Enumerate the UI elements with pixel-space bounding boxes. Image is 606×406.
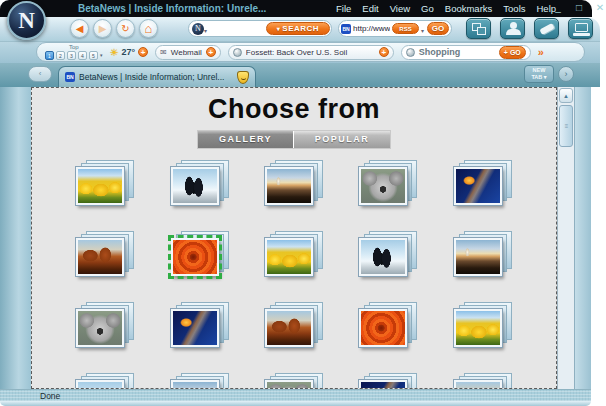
window-bottom-edge — [0, 401, 591, 406]
tab-overflow-chevron-icon[interactable]: › — [558, 66, 574, 82]
shopping-value[interactable]: Shopping — [419, 47, 495, 57]
top-caret-icon[interactable]: ▾ — [100, 53, 103, 58]
gallery-thumbnail-tulips[interactable] — [454, 302, 512, 347]
maximize-button[interactable]: □ — [573, 2, 585, 13]
koala-image — [265, 380, 313, 389]
search-engine-icon[interactable]: N — [192, 23, 204, 35]
gallery-thumbnail-penguins[interactable] — [359, 231, 417, 276]
flower-image — [171, 238, 219, 276]
tab-title: BetaNews | Inside Information; Unrel... — [79, 72, 233, 82]
desert-image — [76, 238, 124, 276]
identity-button[interactable] — [500, 18, 525, 39]
gallery-thumbnail-koala[interactable] — [359, 160, 417, 205]
top-button-5[interactable]: 5 — [89, 51, 98, 60]
vertical-scrollbar[interactable]: ▲ ≡ — [557, 87, 574, 389]
gallery-thumbnail-koala[interactable] — [265, 373, 323, 389]
top-button-3[interactable]: 3 — [67, 51, 76, 60]
tab-gallery[interactable]: GALLERY — [198, 131, 294, 148]
menu-tools[interactable]: Tools — [503, 3, 525, 14]
url-bar[interactable]: BN http://www.betanew RSS ▾ GO — [338, 20, 452, 37]
gallery-thumbnail-desert[interactable] — [454, 373, 512, 389]
search-input[interactable] — [208, 22, 266, 35]
top-buttons: 1 2 3 4 5 ▾ — [45, 51, 103, 60]
new-tab-button[interactable]: NEW TAB ▾ — [524, 65, 554, 83]
tulips-image — [265, 238, 313, 276]
security-shield-icon[interactable] — [237, 71, 249, 84]
gallery-thumbnail-penguins[interactable] — [171, 160, 229, 205]
gallery-thumbnail-koala[interactable] — [76, 302, 134, 347]
go-button[interactable]: GO — [427, 22, 449, 35]
back-button[interactable]: ◀ — [70, 19, 89, 38]
tulips-image — [76, 167, 124, 205]
browser-window: BetaNews | Inside Information: Unrele...… — [0, 0, 606, 406]
lighthouse-image — [171, 380, 219, 389]
url-text[interactable]: http://www.betanew — [353, 24, 390, 33]
gallery-thumbnail-tulips[interactable] — [265, 231, 323, 276]
gallery-thumbnail-desert[interactable] — [76, 231, 134, 276]
close-button[interactable]: ✕ — [594, 2, 606, 13]
panel-toggle-button[interactable]: ‹ — [28, 66, 52, 82]
forward-button[interactable]: ▶ — [93, 19, 112, 38]
tab-betanews[interactable]: BN BetaNews | Inside Information; Unrel.… — [58, 66, 256, 87]
shopping-go-label: GO — [510, 49, 521, 56]
scroll-up-button[interactable]: ▲ — [559, 88, 573, 103]
new-tab-line1: NEW — [533, 67, 546, 74]
shopping-globe-icon — [406, 48, 415, 57]
navigation-toolbar: ◀ ▶ ↻ ⌂ N ▾ ▾ SEARCH BN http://www.betan… — [0, 17, 600, 42]
scrollbar-thumb[interactable]: ≡ — [559, 105, 573, 147]
gallery-thumbnail-lighthouse[interactable] — [265, 160, 323, 205]
shopping-plus-icon: + — [504, 49, 508, 56]
forward-icon: ▶ — [99, 23, 107, 34]
home-button[interactable]: ⌂ — [139, 19, 158, 38]
gallery-thumbnail-tulips[interactable] — [76, 160, 134, 205]
computer-button[interactable] — [568, 18, 593, 39]
window-controls: _ □ ✕ — [552, 2, 606, 13]
toolbar-icon-group — [466, 18, 593, 39]
eraser-icon — [539, 23, 554, 35]
headline-plus-icon[interactable]: + — [379, 47, 389, 57]
menu-edit[interactable]: Edit — [362, 3, 378, 14]
search-button[interactable]: ▾ SEARCH — [266, 22, 330, 35]
menu-bookmarks[interactable]: Bookmarks — [445, 3, 493, 14]
nav-buttons: ◀ ▶ ↻ ⌂ — [70, 19, 158, 38]
menu-view[interactable]: View — [390, 3, 410, 14]
weather-widget[interactable]: ☀ 27° + — [110, 47, 149, 58]
gallery-thumbnail-penguins[interactable] — [76, 373, 134, 389]
tile-windows-button[interactable] — [466, 18, 491, 39]
top-button-1[interactable]: 1 — [45, 51, 54, 60]
gallery-thumbnail-flower[interactable] — [359, 302, 417, 347]
gallery-thumbnail-jellyfish[interactable] — [454, 160, 512, 205]
news-globe-icon — [233, 48, 242, 57]
menu-file[interactable]: File — [336, 3, 351, 14]
jellyfish-image — [454, 167, 502, 205]
gallery-thumbnail-lighthouse[interactable] — [171, 373, 229, 389]
gallery-thumbnail-flower[interactable] — [171, 231, 229, 276]
lighthouse-image — [454, 238, 502, 276]
more-chevron-icon[interactable]: » — [538, 46, 543, 58]
go-caret-icon[interactable]: ▾ — [421, 27, 424, 34]
reload-button[interactable]: ↻ — [116, 19, 135, 38]
penguins-image — [359, 238, 407, 276]
news-headline-button[interactable]: Fossett: Back Over U.S. Soil + — [228, 45, 394, 60]
search-engine-caret-icon[interactable]: ▾ — [204, 27, 207, 34]
weather-temp: 27° — [121, 47, 135, 57]
tab-favicon: BN — [65, 72, 75, 82]
gallery-thumbnail-jellyfish[interactable] — [171, 302, 229, 347]
koala-image — [359, 167, 407, 205]
gallery-thumbnail-desert[interactable] — [265, 302, 323, 347]
weather-plus-icon[interactable]: + — [138, 47, 148, 57]
tab-popular[interactable]: POPULAR — [294, 131, 390, 148]
rss-badge[interactable]: RSS — [392, 23, 419, 34]
shopping-go-button[interactable]: + GO — [499, 46, 526, 59]
gallery-thumbnail-jellyfish[interactable] — [359, 373, 417, 389]
eraser-button[interactable] — [534, 18, 559, 39]
minimize-button[interactable]: _ — [552, 2, 564, 13]
webmail-button[interactable]: ✉ Webmail + — [155, 45, 221, 60]
shopping-search-field[interactable]: Shopping + GO — [401, 45, 531, 60]
jellyfish-image — [171, 309, 219, 347]
gallery-thumbnail-lighthouse[interactable] — [454, 231, 512, 276]
top-button-2[interactable]: 2 — [56, 51, 65, 60]
menu-go[interactable]: Go — [421, 3, 434, 14]
webmail-plus-icon[interactable]: + — [206, 47, 216, 57]
top-button-4[interactable]: 4 — [78, 51, 87, 60]
